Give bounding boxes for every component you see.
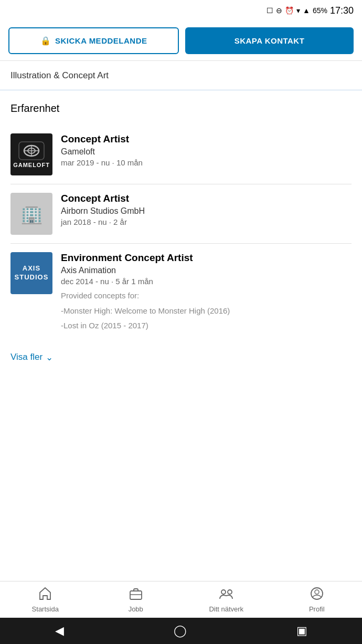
nav-network[interactable]: Ditt nätverk <box>181 581 272 618</box>
airborn-duration: jan 2018 - nu · 2 år <box>61 217 352 226</box>
nav-network-label: Ditt nätverk <box>209 605 243 613</box>
experience-section: Erfarenhet GAMELOFT Concept Artist Gamel… <box>0 91 362 344</box>
wifi-icon: ▾ <box>296 6 300 15</box>
lock-icon: 🔒 <box>40 36 51 46</box>
nav-jobs-label: Jobb <box>129 605 143 613</box>
category-label: Illustration & Concept Art <box>0 61 362 91</box>
airborn-company-name: Airborn Studios GmbH <box>61 206 352 216</box>
phone-icon: ☐ <box>267 6 273 15</box>
action-buttons-bar: 🔒 SKICKA MEDDELANDE SKAPA KONTAKT <box>0 21 362 61</box>
nav-home[interactable]: Startsida <box>0 581 91 618</box>
status-bar: ☐ ⊖ ⏰ ▾ ▲ 65% 17:30 <box>0 0 362 21</box>
chevron-down-icon: ⌄ <box>46 352 53 363</box>
axis-desc-detail-0: -Monster High: Welcome to Monster High (… <box>61 305 352 317</box>
airborn-job-title: Concept Artist <box>61 193 352 204</box>
visa-fler-label: Visa fler <box>10 352 42 362</box>
nav-jobs[interactable]: Jobb <box>91 581 182 618</box>
bottom-nav: Startsida Jobb Ditt nätverk <box>0 581 362 618</box>
send-message-label: SKICKA MEDDELANDE <box>55 36 147 45</box>
send-message-button[interactable]: 🔒 SKICKA MEDDELANDE <box>8 27 179 54</box>
nav-profile[interactable]: Profil <box>272 581 363 618</box>
experience-item-axis[interactable]: AXIS STUDIOS Environment Concept Artist … <box>10 244 352 344</box>
gameloft-job-title: Concept Artist <box>61 133 352 145</box>
experience-item-gameloft[interactable]: GAMELOFT Concept Artist Gameloft mar 201… <box>10 125 352 184</box>
svg-rect-5 <box>130 591 142 599</box>
axis-logo: AXIS STUDIOS <box>10 252 52 294</box>
create-contact-button[interactable]: SKAPA KONTAKT <box>185 27 354 54</box>
category-text: Illustration & Concept Art <box>10 70 109 80</box>
gameloft-logo: GAMELOFT <box>10 133 52 175</box>
network-icon <box>219 586 233 603</box>
nav-home-label: Startsida <box>32 605 59 613</box>
create-contact-label: SKAPA KONTAKT <box>235 36 305 45</box>
visa-fler-button[interactable]: Visa fler ⌄ <box>0 344 362 371</box>
gameloft-text-label: GAMELOFT <box>13 162 50 168</box>
nav-profile-label: Profil <box>309 605 325 613</box>
svg-point-8 <box>228 590 232 594</box>
axis-logo-line2: STUDIOS <box>15 273 49 282</box>
signal-icon: ▲ <box>303 6 310 15</box>
axis-desc-detail-1: -Lost in Oz (2015 - 2017) <box>61 320 352 332</box>
gameloft-info: Concept Artist Gameloft mar 2019 - nu · … <box>61 133 352 175</box>
gameloft-company-name: Gameloft <box>61 147 352 157</box>
axis-company-name: Axis Animation <box>61 266 352 275</box>
axis-info: Environment Concept Artist Axis Animatio… <box>61 252 352 335</box>
axis-duration: dec 2014 - nu · 5 år 1 mån <box>61 277 352 286</box>
axis-description: Provided concepts for: -Monster High: We… <box>61 290 352 332</box>
svg-point-10 <box>315 590 319 594</box>
axis-desc-intro: Provided concepts for: <box>61 290 352 302</box>
experience-item-airborn[interactable]: 🏢 Concept Artist Airborn Studios GmbH ja… <box>10 184 352 244</box>
clock: 17:30 <box>330 5 354 16</box>
minus-icon: ⊖ <box>276 6 282 15</box>
building-icon: 🏢 <box>20 203 44 225</box>
battery-indicator: 65% <box>313 6 327 15</box>
axis-job-title: Environment Concept Artist <box>61 252 352 264</box>
android-nav-bar: ◀ ◯ ▣ <box>0 618 362 644</box>
svg-point-7 <box>221 590 226 594</box>
gameloft-svg-icon <box>18 141 45 161</box>
profile-icon <box>310 586 324 603</box>
axis-logo-text: AXIS STUDIOS <box>15 264 49 282</box>
experience-section-title: Erfarenhet <box>10 102 352 115</box>
briefcase-icon <box>129 586 143 603</box>
airborn-info: Concept Artist Airborn Studios GmbH jan … <box>61 193 352 235</box>
home-button[interactable]: ◯ <box>174 624 187 638</box>
gameloft-duration: mar 2019 - nu · 10 mån <box>61 158 352 167</box>
back-button[interactable]: ◀ <box>55 624 64 638</box>
status-icons: ☐ ⊖ ⏰ ▾ ▲ 65% 17:30 <box>267 5 354 16</box>
recents-button[interactable]: ▣ <box>296 624 307 638</box>
airborn-logo: 🏢 <box>10 193 52 235</box>
axis-logo-line1: AXIS <box>23 264 40 273</box>
home-icon <box>38 586 52 603</box>
alarm-icon: ⏰ <box>285 6 294 15</box>
